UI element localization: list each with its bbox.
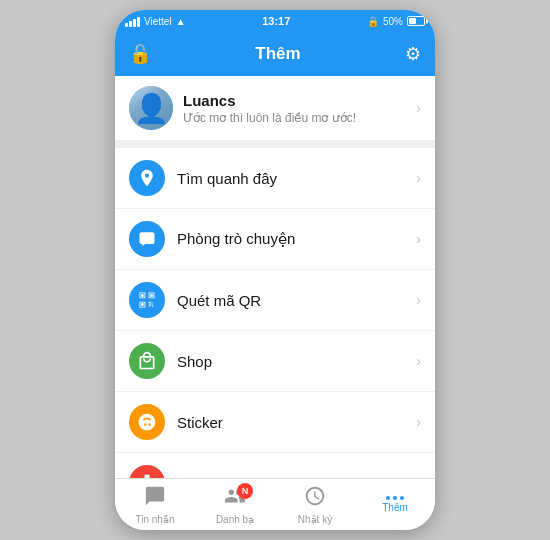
profile-section[interactable]: Luancs Ước mơ thì luôn là điều mơ ước! ›: [115, 76, 435, 140]
signal-bar-3: [133, 19, 136, 27]
menu-item-game[interactable]: Game ›: [115, 453, 435, 478]
menu-item-chatroom[interactable]: Phòng trò chuyện ›: [115, 209, 435, 270]
qr-icon: [129, 282, 165, 318]
status-right: 🔒 50%: [367, 16, 425, 27]
battery-icon: [407, 16, 425, 26]
chat-icon: [129, 221, 165, 257]
signal-bar-4: [137, 17, 140, 27]
tab-messages[interactable]: Tin nhắn: [115, 479, 195, 530]
contacts-tab-label: Danh bạ: [216, 514, 254, 525]
dot-3: [400, 496, 404, 500]
signal-bar-2: [129, 21, 132, 27]
profile-status: Ước mơ thì luôn là điều mơ ước!: [183, 111, 416, 125]
tab-more[interactable]: Thêm: [355, 479, 435, 530]
shop-chevron: ›: [416, 353, 421, 369]
contacts-badge: N: [237, 483, 253, 499]
chatroom-label: Phòng trò chuyện: [177, 230, 416, 248]
shop-label: Shop: [177, 353, 416, 370]
sticker-label: Sticker: [177, 414, 416, 431]
battery-percent: 50%: [383, 16, 403, 27]
more-tab-label: Thêm: [382, 502, 408, 513]
dot-1: [386, 496, 390, 500]
dot-2: [393, 496, 397, 500]
qr-chevron: ›: [416, 292, 421, 308]
menu-item-shop[interactable]: Shop ›: [115, 331, 435, 392]
messages-tab-label: Tin nhắn: [136, 514, 175, 525]
status-bar: Viettel ▲ 13:17 🔒 50%: [115, 10, 435, 32]
location-icon: [129, 160, 165, 196]
lock-status-icon: 🔒: [367, 16, 379, 27]
avatar: [129, 86, 173, 130]
header-title: Thêm: [255, 44, 300, 64]
tab-diary[interactable]: Nhật ký: [275, 479, 355, 530]
shop-icon: [129, 343, 165, 379]
header: 🔓 Thêm ⚙: [115, 32, 435, 76]
lock-icon[interactable]: 🔓: [129, 43, 151, 65]
profile-chevron: ›: [416, 100, 421, 116]
profile-name: Luancs: [183, 92, 416, 109]
signal-bar-1: [125, 23, 128, 27]
phone-container: Viettel ▲ 13:17 🔒 50% 🔓 Thêm ⚙ Luancs Ướ…: [115, 10, 435, 530]
sticker-chevron: ›: [416, 414, 421, 430]
settings-icon[interactable]: ⚙: [405, 43, 421, 65]
nearby-chevron: ›: [416, 170, 421, 186]
menu-item-sticker[interactable]: Sticker ›: [115, 392, 435, 453]
diary-tab-label: Nhật ký: [298, 514, 332, 525]
game-icon: [129, 465, 165, 478]
messages-tab-icon: [144, 485, 166, 512]
status-left: Viettel ▲: [125, 15, 186, 27]
wifi-icon: ▲: [176, 16, 186, 27]
more-tab-dots: [386, 496, 404, 500]
menu-item-qr[interactable]: Quét mã QR ›: [115, 270, 435, 331]
battery-fill: [409, 18, 416, 24]
signal-bars: [125, 15, 140, 27]
nearby-label: Tìm quanh đây: [177, 170, 416, 187]
content-area: Luancs Ước mơ thì luôn là điều mơ ước! ›…: [115, 76, 435, 478]
qr-label: Quét mã QR: [177, 292, 416, 309]
tab-bar: Tin nhắn N Danh bạ Nhật ký: [115, 478, 435, 530]
carrier-name: Viettel: [144, 16, 172, 27]
sticker-icon: [129, 404, 165, 440]
chatroom-chevron: ›: [416, 231, 421, 247]
menu-section: Tìm quanh đây › Phòng trò chuyện ›: [115, 148, 435, 478]
tab-contacts[interactable]: N Danh bạ: [195, 479, 275, 530]
avatar-image: [129, 86, 173, 130]
status-time: 13:17: [262, 15, 290, 27]
menu-item-nearby[interactable]: Tìm quanh đây ›: [115, 148, 435, 209]
diary-tab-icon: [304, 485, 326, 512]
profile-info: Luancs Ước mơ thì luôn là điều mơ ước!: [183, 92, 416, 125]
